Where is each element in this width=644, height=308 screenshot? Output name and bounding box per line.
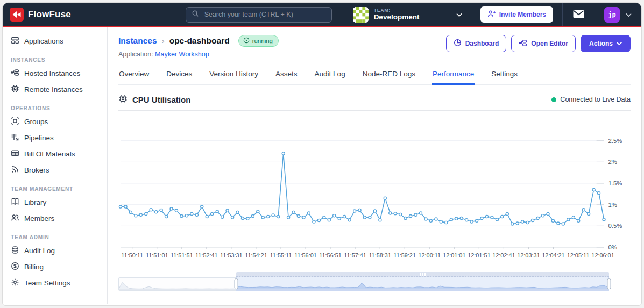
user-menu[interactable]: jp [595,7,641,23]
app-body: Applications INSTANCES Hosted Instances … [3,27,641,304]
application-link[interactable]: Mayker Workshop [155,51,209,58]
team-labels: TEAM: Development [374,8,420,22]
sidebar-item-label: Pipelines [24,134,54,142]
audit-log-icon [11,246,19,256]
tab-assets[interactable]: Assets [275,67,298,85]
node-red-flow-icon [519,39,527,49]
tab-overview[interactable]: Overview [118,67,150,85]
cpu-utilisation-panel: CPU Utilisation Connected to Live Data 0… [118,94,631,291]
sidebar-item-groups[interactable]: Groups [3,113,107,130]
sidebar-item-label: Brokers [24,166,49,174]
actions-button[interactable]: Actions [581,35,631,52]
user-plus-icon [487,10,496,19]
sidebar-item-bill-of-materials[interactable]: Bill Of Materials [3,146,107,162]
page-header: Instances › opc-dashboard running Applic… [118,35,631,58]
sidebar-item-members[interactable]: Members [3,210,107,226]
brand[interactable]: FlowFuse [10,8,71,22]
status-badge: running [238,35,279,47]
chart-navigator [118,272,609,291]
team-switcher[interactable]: TEAM: Development [344,7,471,23]
sidebar-item-label: Team Settings [24,279,70,287]
team-kicker: TEAM: [374,8,420,13]
sidebar-item-billing[interactable]: Billing [3,259,107,275]
navigator-selection[interactable] [236,272,609,291]
sidebar-item-library[interactable]: Library [3,194,107,210]
sidebar-section-operations: OPERATIONS [3,97,107,113]
status-badge-label: running [252,38,273,44]
svg-text:11:59:21: 11:59:21 [393,252,416,259]
live-status: Connected to Live Data [551,96,631,103]
team-search[interactable] [186,7,332,23]
notifications-button[interactable] [563,10,595,20]
gear-icon [11,278,19,288]
navigator-left-handle[interactable] [234,278,238,289]
play-circle-icon [243,37,250,45]
navigator-right-handle[interactable] [607,278,611,289]
svg-text:1.5%: 1.5% [608,180,622,187]
sidebar-item-audit-log[interactable]: Audit Log [3,242,107,259]
search-input[interactable] [203,10,326,19]
drag-grip-icon [420,273,426,276]
billing-icon [11,262,19,272]
tab-devices[interactable]: Devices [166,67,193,85]
navigator-unselected-zone[interactable] [118,277,236,291]
sidebar-section-team-admin: TEAM ADMIN [3,226,107,242]
navigator-drag-bar[interactable] [236,272,609,277]
svg-text:12:02:41: 12:02:41 [492,252,515,259]
sidebar-item-team-settings[interactable]: Team Settings [3,275,107,291]
actions-button-label: Actions [589,40,613,47]
open-editor-button-label: Open Editor [531,40,568,47]
navigator-pre-series [119,278,236,290]
instance-tabs: Overview Devices Version History Assets … [118,67,631,85]
tab-node-red-logs[interactable]: Node-RED Logs [362,67,416,85]
svg-text:11:57:41: 11:57:41 [344,252,366,259]
sidebar-item-label: Bill Of Materials [24,150,75,158]
tab-version-history[interactable]: Version History [209,67,259,85]
breadcrumb: Instances › opc-dashboard running [118,35,279,47]
dashboard-button[interactable]: Dashboard [446,35,507,52]
svg-text:11:58:31: 11:58:31 [369,252,391,259]
brand-name: FlowFuse [28,9,71,20]
application-line: Application: Mayker Workshop [118,51,279,58]
svg-text:11:54:21: 11:54:21 [245,252,267,259]
sidebar-item-label: Members [24,214,54,223]
svg-text:1%: 1% [608,202,617,208]
pipelines-icon [11,133,19,143]
sidebar-section-instances: INSTANCES [3,49,107,65]
live-dot-icon [551,97,556,102]
svg-text:11:55:11: 11:55:11 [270,252,292,259]
pie-chart-icon [454,39,462,48]
tab-audit-log[interactable]: Audit Log [314,67,346,85]
tab-performance[interactable]: Performance [432,67,475,85]
open-editor-button[interactable]: Open Editor [511,35,576,52]
svg-text:11:56:01: 11:56:01 [294,252,317,259]
sidebar-item-hosted-instances[interactable]: Hosted Instances [3,65,107,81]
sidebar-item-brokers[interactable]: Brokers [3,162,107,178]
applications-icon [11,36,19,46]
svg-text:12:06:01: 12:06:01 [591,252,614,259]
sidebar-item-remote-instances[interactable]: Remote Instances [3,81,107,97]
app-window: FlowFuse TEAM: Development [2,2,642,306]
invite-members-label: Invite Members [499,11,546,18]
sidebar-item-pipelines[interactable]: Pipelines [3,130,107,146]
members-icon [11,213,19,224]
svg-text:12:01:01: 12:01:01 [443,252,465,259]
svg-text:12:03:31: 12:03:31 [517,252,540,259]
sidebar-item-label: Library [24,198,46,206]
sidebar-section-team-management: TEAM MANAGEMENT [3,178,107,194]
page-header-actions: Dashboard Open Editor Actions [446,35,631,52]
tab-settings[interactable]: Settings [491,67,518,85]
navigator-selection-body[interactable] [236,277,609,291]
sidebar: Applications INSTANCES Hosted Instances … [3,27,108,304]
envelope-icon [573,10,584,20]
sidebar-item-applications[interactable]: Applications [3,33,107,49]
sidebar-item-label: Hosted Instances [24,69,80,77]
breadcrumb-instances-link[interactable]: Instances [118,36,157,46]
hosted-instances-icon [11,68,19,78]
invite-members-button[interactable]: Invite Members [480,6,553,23]
svg-text:0.5%: 0.5% [608,223,622,229]
sidebar-item-label: Groups [24,118,48,126]
chart-title: CPU Utilisation [132,95,190,104]
svg-text:0%: 0% [608,244,617,250]
page-header-left: Instances › opc-dashboard running Applic… [118,35,279,58]
